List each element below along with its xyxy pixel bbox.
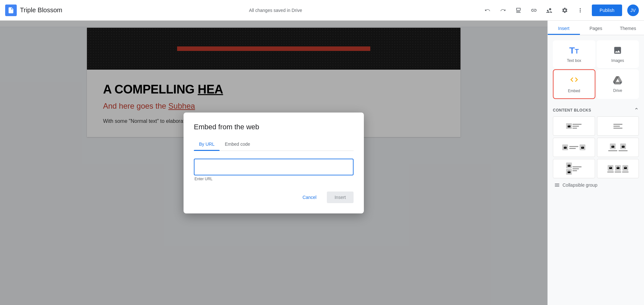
header: Triple Blossom All changes saved in Driv… [0,0,644,21]
mini-line [608,150,617,151]
mini-line [573,168,579,169]
autosave-status: All changes saved in Drive [249,8,302,13]
modal-tab-embed-code[interactable]: Embed code [220,139,255,151]
mini-image-3 [562,144,568,150]
undo-icon [484,7,491,14]
mini-image-6b [615,165,621,171]
undo-button[interactable] [481,4,494,17]
mini-lines-5 [573,166,582,171]
collapsible-icon [554,182,560,188]
block-preview-3 [553,138,595,157]
mini-line [573,166,582,167]
images-icon [613,46,622,56]
block-preview-6 [597,159,639,178]
mini-line [569,146,578,147]
right-sidebar: Insert Pages Themes TT Text box [547,21,644,305]
content-blocks-title: CONTENT BLOCKS [553,108,591,113]
mini-image-1 [566,123,572,129]
gear-icon [562,7,568,14]
block-col3-3 [622,165,629,172]
content-block-4[interactable] [597,138,639,157]
mini-line [573,170,577,171]
sidebar-tabs: Insert Pages Themes [548,21,644,35]
insert-drive[interactable]: Drive [597,69,639,99]
drive-label: Drive [613,88,622,93]
url-input-label: Enter URL [194,177,354,181]
mini-line [607,172,614,172]
block-preview-2 [597,117,639,135]
doc-icon [5,5,17,16]
doc-title: Triple Blossom [20,6,62,14]
sidebar-tab-pages[interactable]: Pages [580,21,612,35]
user-avatar[interactable]: JV [627,5,639,16]
header-center: All changes saved in Drive [70,8,481,13]
share-icon [546,7,553,14]
mini-image-5b [566,169,572,175]
publish-button[interactable]: Publish [592,5,622,16]
more-button[interactable] [574,4,587,17]
block-preview-1 [553,117,595,135]
content-block-1[interactable] [553,116,595,136]
content-block-3[interactable] [553,138,595,157]
mini-line [613,124,622,125]
sidebar-content: TT Text box Images [548,35,644,197]
collapsible-group-label: Collapsible group [563,182,597,188]
insert-text-box[interactable]: TT Text box [553,40,595,68]
mini-line [569,148,576,149]
more-vert-icon [577,7,583,14]
collapse-button[interactable]: ⌃ [634,107,639,114]
mini-lines-3 [569,146,578,149]
modal-title: Embed from the web [194,123,354,131]
link-button[interactable] [527,4,540,17]
block-col3-2 [615,165,621,172]
mini-image-3b [580,144,585,150]
modal-actions: Cancel Insert [194,192,354,203]
app-logo: Triple Blossom [5,5,62,16]
mini-line [573,124,582,125]
mini-image-4b [620,143,626,149]
sidebar-tab-themes[interactable]: Themes [612,21,644,35]
insert-button[interactable]: Insert [327,192,354,203]
doc-icon-svg [7,7,14,14]
cancel-button[interactable]: Cancel [295,192,324,203]
url-input-group: Enter URL [194,159,354,181]
mini-line [622,172,629,172]
content-block-5[interactable] [553,159,595,178]
block-preview-5 [553,159,595,178]
embed-modal: Embed from the web By URL Embed code Ent… [184,113,364,213]
content-block-6[interactable] [597,159,639,178]
mini-line [573,128,577,129]
mini-image-4 [610,143,616,149]
mini-line [619,150,628,151]
modal-tab-url[interactable]: By URL [194,139,220,151]
collapsible-group[interactable]: Collapsible group [553,178,639,192]
text-box-label: Text box [567,58,581,63]
settings-button[interactable] [558,4,571,17]
modal-tabs: By URL Embed code [194,139,354,151]
images-label: Images [611,58,624,63]
insert-images[interactable]: Images [597,40,639,68]
preview-icon [515,7,522,14]
mini-image-5 [566,162,572,168]
mini-line [573,126,579,127]
main-layout: A COMPELLING HEA And here goes the Subhe… [0,21,644,305]
header-actions: Publish JV [481,4,639,17]
preview-button[interactable] [512,4,525,17]
mini-line [613,128,622,129]
embed-icon [570,75,579,86]
link-icon [531,7,537,14]
content-block-2[interactable] [597,116,639,136]
url-input[interactable] [194,159,354,175]
text-box-icon: TT [569,45,579,56]
share-button[interactable] [543,4,556,17]
mini-lines-1 [573,124,582,129]
content-blocks-header: CONTENT BLOCKS ⌃ [553,104,639,116]
mini-image-6a [608,165,613,171]
modal-overlay: Embed from the web By URL Embed code Ent… [0,21,547,305]
sidebar-tab-insert[interactable]: Insert [548,21,580,35]
block-preview-4 [597,138,639,157]
redo-button[interactable] [497,4,509,17]
mini-line [613,126,620,127]
insert-embed[interactable]: Embed [553,69,595,99]
mini-lines-2 [613,124,622,129]
